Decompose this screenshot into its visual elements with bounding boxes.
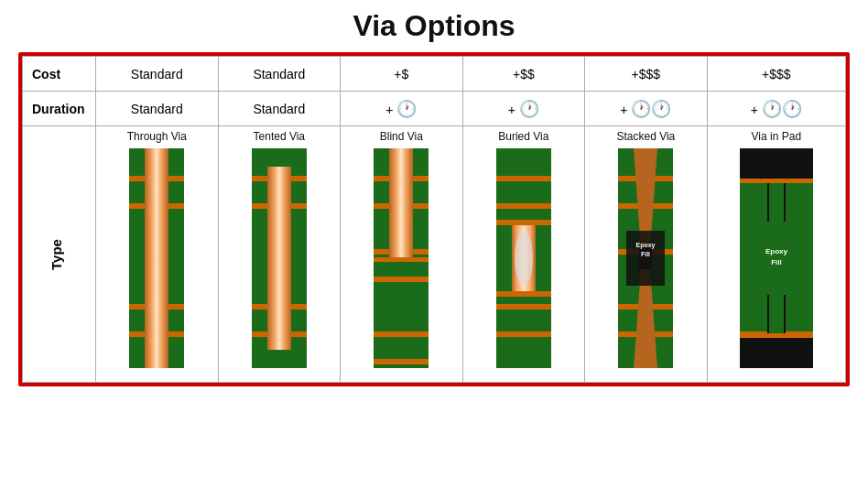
svg-text:Fill: Fill [641,251,650,257]
svg-rect-27 [496,331,551,337]
svg-rect-26 [496,304,551,310]
clock-icon-blind: 🕐 [396,99,417,119]
via-stacked-via: Stacked Via [585,126,708,383]
cost-through-via: Standard [96,57,219,92]
svg-text:Epoxy: Epoxy [765,247,788,255]
svg-rect-54 [740,179,813,183]
via-name-tented: Tented Via [254,130,306,143]
svg-rect-19 [374,331,429,337]
svg-rect-41 [626,231,665,286]
cost-blind-via: +$ [341,57,463,92]
svg-rect-21 [389,148,413,258]
via-name-buried: Buried Via [498,130,548,143]
svg-text:Epoxy: Epoxy [636,242,656,249]
via-blind-via: Blind Via [341,126,463,383]
duration-through-via: Standard [96,92,219,126]
svg-rect-30 [496,220,551,225]
svg-rect-25 [496,203,551,209]
via-options-table: Cost Standard Standard +$ +$$ +$$$ +$$$ … [18,52,850,386]
clock-icon-pad-1: 🕐 [762,99,782,119]
via-name-in-pad: Via in Pad [752,130,802,143]
via-tented-via: Tented Via [218,126,341,383]
cost-label: Cost [23,57,96,92]
clock-icon-buried: 🕐 [519,99,539,119]
duration-stacked-via: + 🕐🕐 [585,92,708,126]
via-name-stacked: Stacked Via [616,130,675,143]
duration-buried-via: + 🕐 [462,92,585,126]
svg-rect-13 [252,350,307,368]
svg-text:Fill: Fill [771,258,782,266]
cost-stacked-via: +$$$ [585,57,708,92]
cost-tented-via: Standard [218,57,341,92]
via-buried-via: Buried Via [462,126,585,383]
svg-rect-18 [374,277,429,282]
via-name-through: Through Via [127,130,187,143]
clock-icon-pad-2: 🕐 [782,99,802,119]
svg-rect-11 [267,148,291,368]
via-name-blind: Blind Via [380,130,423,143]
svg-rect-55 [740,333,813,338]
duration-label: Duration [23,92,96,126]
svg-rect-5 [145,148,168,368]
cost-via-in-pad: +$$$ [707,57,845,92]
clock-icon-stacked-1: 🕐 [631,99,651,119]
cost-buried-via: +$$ [462,57,585,92]
svg-rect-12 [252,148,307,167]
svg-rect-22 [374,257,429,262]
svg-rect-24 [496,176,551,181]
duration-blind-via: + 🕐 [341,92,463,126]
duration-via-in-pad: + 🕐🕐 [707,92,845,126]
duration-tented-via: Standard [218,92,341,126]
type-label: Type [23,126,96,383]
svg-rect-31 [496,291,551,297]
svg-rect-20 [374,359,429,364]
page-title: Via Options [353,9,515,43]
via-in-pad: Via in Pad [707,126,845,383]
clock-icon-stacked-2: 🕐 [651,99,671,119]
via-through-via: Through Via [96,126,219,383]
svg-point-29 [515,231,533,286]
